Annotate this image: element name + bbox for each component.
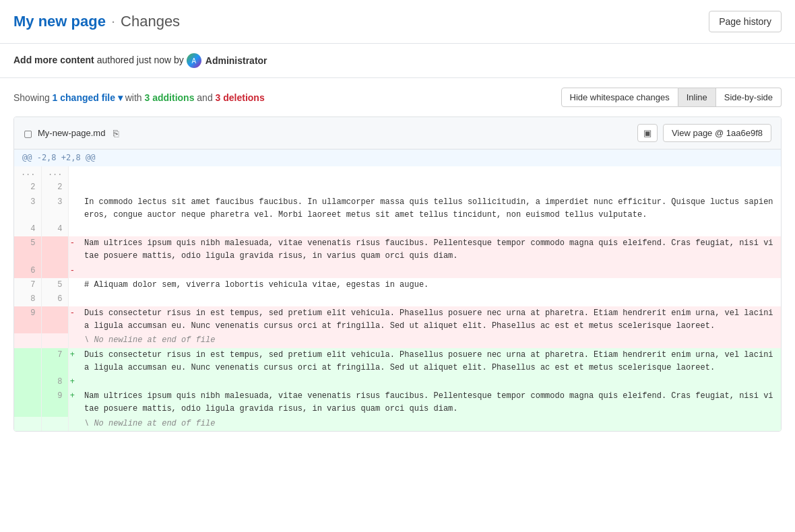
comment-button[interactable]: ▣ [637, 124, 658, 142]
diff-marker [68, 195, 76, 222]
file-name-area: ▢ My-new-page.md ⎘ [24, 127, 121, 140]
page-history-button[interactable]: Page history [709, 11, 782, 32]
author-name: Administrator [205, 55, 267, 66]
view-page-button[interactable]: View page @ 1aa6e9f8 [663, 124, 771, 142]
line-content [76, 292, 781, 306]
old-line-num: 3 [14, 195, 41, 222]
and-text: and [197, 92, 212, 103]
diff-marker: - [68, 306, 76, 333]
diff-container: ▢ My-new-page.md ⎘ ▣ View page @ 1aa6e9f… [13, 117, 782, 432]
page-title-link[interactable]: My new page [13, 13, 106, 30]
diff-marker: + [68, 348, 76, 375]
diff-marker [68, 278, 76, 292]
old-line-num: 2 [14, 180, 41, 195]
line-content: Duis consectetur risus in est tempus, se… [76, 306, 781, 333]
new-line-num: 5 [41, 278, 68, 292]
old-line-num: 7 [14, 278, 41, 292]
new-line-num [41, 306, 68, 333]
line-content: Nam ultrices ipsum quis nibh malesuada, … [76, 236, 781, 263]
diff-marker: - [68, 264, 76, 278]
showing-label: Showing [13, 92, 50, 103]
changes-label: Changes [121, 13, 180, 30]
line-content: Duis consectetur risus in est tempus, se… [76, 348, 781, 375]
diff-marker [68, 222, 76, 236]
changed-file-link[interactable]: 1 changed file ▾ [53, 92, 125, 103]
page-header: My new page · Changes Page history [0, 0, 795, 44]
diff-file-header: ▢ My-new-page.md ⎘ ▣ View page @ 1aa6e9f… [14, 117, 781, 149]
line-content [76, 375, 781, 389]
title-separator: · [111, 13, 115, 30]
file-name: My-new-page.md [38, 128, 105, 138]
avatar: A [187, 53, 201, 68]
new-line-num [41, 236, 68, 263]
line-content [76, 166, 781, 180]
new-line-num: 7 [41, 348, 68, 375]
old-line-num: 9 [14, 306, 41, 333]
view-toggle: Inline Side-by-side [678, 88, 782, 107]
file-actions: ▣ View page @ 1aa6e9f8 [637, 124, 771, 142]
diff-marker: + [68, 375, 76, 389]
line-content: # Aliquam dolor sem, viverra lobortis ve… [76, 278, 781, 292]
diff-marker [68, 292, 76, 306]
new-line-num [41, 264, 68, 278]
commit-message: Add more content [13, 55, 94, 65]
old-line-num [14, 389, 41, 416]
old-line-num: 5 [14, 236, 41, 263]
additions-count: 3 additions [145, 92, 195, 103]
commit-author-area: A Administrator [187, 53, 267, 68]
diff-marker [68, 180, 76, 195]
diff-table: @@ -2,8 +2,8 @@ ... ... 2 2 3 3 In commo… [14, 149, 781, 431]
new-line-num: 8 [41, 375, 68, 389]
old-line-num: 8 [14, 292, 41, 306]
diff-controls: Showing 1 changed file ▾ with 3 addition… [0, 78, 795, 117]
old-line-num [14, 348, 41, 375]
old-line-num: 6 [14, 264, 41, 278]
diff-marker [68, 166, 76, 180]
diff-marker: - [68, 236, 76, 263]
line-content [76, 222, 781, 236]
line-content [76, 264, 781, 278]
inline-view-button[interactable]: Inline [678, 88, 716, 107]
line-content [76, 180, 781, 195]
commit-info: Add more content authored just now by A … [0, 44, 795, 78]
side-by-side-view-button[interactable]: Side-by-side [716, 88, 782, 107]
diff-summary-text: Showing 1 changed file ▾ with 3 addition… [13, 92, 265, 103]
new-line-num: 6 [41, 292, 68, 306]
new-line-num: 9 [41, 389, 68, 416]
line-content: Nam ultrices ipsum quis nibh malesuada, … [76, 389, 781, 416]
line-content: In commodo lectus sit amet faucibus fauc… [76, 195, 781, 222]
new-line-num: 4 [41, 222, 68, 236]
new-line-num: 2 [41, 180, 68, 195]
old-line-num: ... [14, 166, 41, 180]
hide-whitespace-button[interactable]: Hide whitespace changes [561, 88, 678, 107]
commit-time: authored just now by [97, 55, 184, 65]
old-line-num [14, 375, 41, 389]
deletions-count: 3 deletions [216, 92, 265, 103]
file-icon: ▢ [24, 128, 32, 139]
with-text: with [125, 92, 142, 103]
title-area: My new page · Changes [13, 13, 180, 30]
new-line-num: 3 [41, 195, 68, 222]
old-line-num: 4 [14, 222, 41, 236]
view-controls: Hide whitespace changes Inline Side-by-s… [561, 88, 782, 107]
new-line-num: ... [41, 166, 68, 180]
diff-marker: + [68, 389, 76, 416]
copy-path-button[interactable]: ⎘ [110, 127, 121, 140]
